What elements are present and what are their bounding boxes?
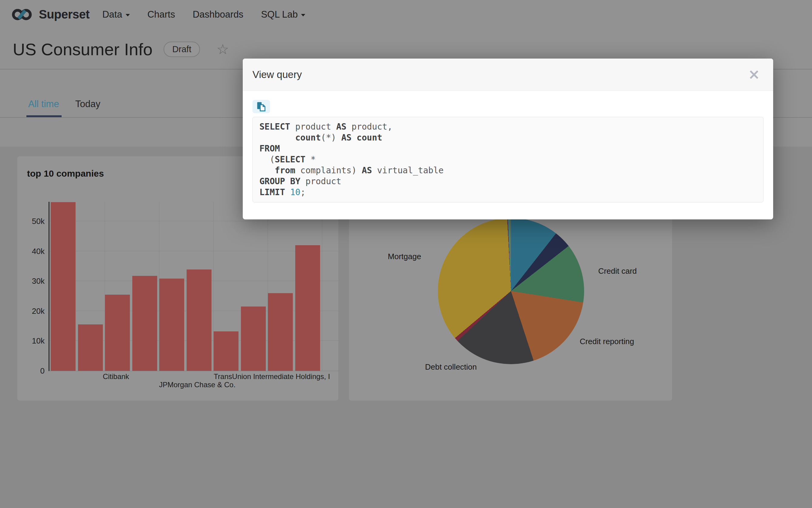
sql-code: SELECT product AS product, count(*) AS c… <box>252 117 763 202</box>
copy-button[interactable] <box>252 100 270 113</box>
modal-title: View query <box>252 69 302 80</box>
dashboard-page: Superset Data Charts Dashboards SQL Lab … <box>0 0 812 508</box>
modal-body: SELECT product AS product, count(*) AS c… <box>243 91 773 212</box>
close-icon[interactable] <box>749 70 759 80</box>
modal-header: View query <box>243 58 773 91</box>
view-query-modal: View query SELECT product AS product, co… <box>243 58 773 219</box>
copy-to-clipboard-icon <box>256 101 266 112</box>
